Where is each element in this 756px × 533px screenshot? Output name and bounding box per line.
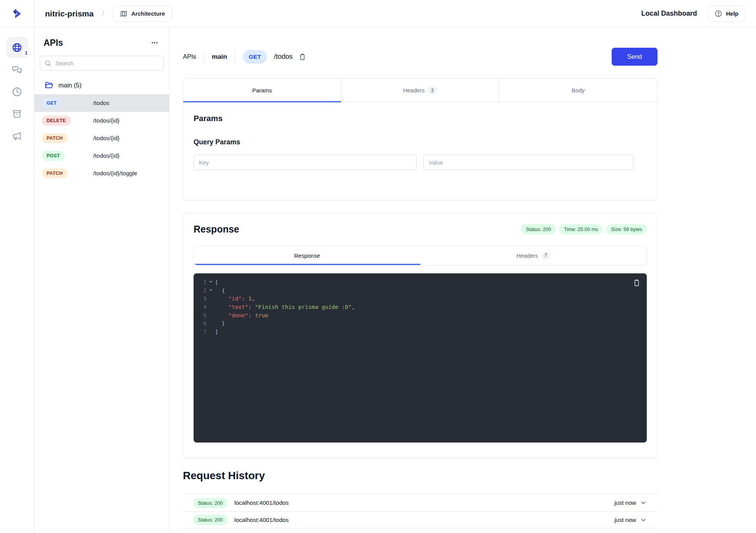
method-badge: POST <box>42 151 65 161</box>
endpoint-path: /todos <box>93 100 169 107</box>
method-badge: GET <box>42 98 61 108</box>
copy-response-button[interactable] <box>633 279 641 287</box>
response-body-viewer: 1[2 {3 "id": 1,4 "text": "Finish this pr… <box>194 273 647 443</box>
line-number: 4 <box>194 304 207 310</box>
nitric-logo[interactable] <box>0 0 34 27</box>
endpoint-path: /todos/{id}/toggle <box>93 170 169 177</box>
clipboard-icon <box>633 279 641 287</box>
response-tabs: ResponseHeaders7 <box>194 246 647 265</box>
endpoint-path: /todos/{id} <box>93 135 169 142</box>
request-tab-headers[interactable]: Headers2 <box>341 79 499 102</box>
endpoint-path: /todos/{id} <box>93 117 169 124</box>
status-badge: Status: 200 <box>521 224 556 234</box>
api-group-main[interactable]: main (5) <box>34 81 169 90</box>
status-badge: Status: 200 <box>193 515 228 525</box>
tab-label: Params <box>252 87 272 94</box>
main-content: APIs main GET /todos Send ParamsHeaders2… <box>170 27 756 533</box>
request-history-list: Status: 200localhost:4001/todosjust nowS… <box>183 494 657 528</box>
icon-sidebar: 1 <box>0 27 34 533</box>
json-response: 1[2 {3 "id": 1,4 "text": "Finish this pr… <box>194 278 647 336</box>
clipboard-icon <box>299 53 306 61</box>
request-history-heading: Request History <box>183 470 657 482</box>
history-row[interactable]: Status: 200localhost:4001/todosjust now <box>183 494 657 511</box>
breadcrumb-root[interactable]: APIs <box>183 53 196 60</box>
request-card: ParamsHeaders2Body Params Query Params <box>183 78 657 200</box>
history-time: just now <box>614 517 636 523</box>
query-value-input[interactable] <box>423 155 633 170</box>
panel-menu-button[interactable] <box>149 37 160 48</box>
chat-icon <box>11 64 23 75</box>
apis-panel-title: APIs <box>44 38 63 48</box>
method-badge: PATCH <box>42 133 68 143</box>
response-tab-response[interactable]: Response <box>194 246 420 265</box>
endpoint-row[interactable]: PATCH/todos/{id}/toggle <box>34 165 169 182</box>
method-badge: PATCH <box>42 168 68 178</box>
project-name: nitric-prisma <box>45 9 94 18</box>
code-line: 6 } <box>194 319 647 328</box>
history-url: localhost:4001/todos <box>234 499 289 506</box>
megaphone-icon <box>11 131 23 142</box>
sidebar-item-websockets[interactable] <box>6 59 28 80</box>
endpoint-row[interactable]: GET/todos <box>34 94 169 112</box>
breadcrumb-api-name[interactable]: main <box>212 53 227 61</box>
tab-label: Headers <box>403 87 425 94</box>
fold-toggle[interactable] <box>207 281 215 283</box>
response-heading: Response <box>194 224 239 235</box>
sidebar-item-storage[interactable] <box>6 103 28 124</box>
tab-count-badge: 2 <box>428 86 437 95</box>
breadcrumb: APIs main GET /todos Send <box>183 48 657 66</box>
count-badge: 1 <box>22 48 31 57</box>
help-button[interactable]: Help <box>708 6 745 22</box>
response-card: Response Status: 200Time: 25.00 msSize: … <box>183 213 657 458</box>
request-path: /todos <box>274 53 292 61</box>
fold-toggle[interactable] <box>207 289 215 291</box>
send-button[interactable]: Send <box>612 48 657 66</box>
endpoint-path: /todos/{id} <box>93 152 169 159</box>
code-line: 5 "done": true <box>194 311 647 320</box>
endpoint-row[interactable]: POST/todos/{id} <box>34 147 169 165</box>
sidebar-item-schedules[interactable] <box>6 81 28 102</box>
header-separator: / <box>102 9 104 18</box>
endpoint-row[interactable]: DELETE/todos/{id} <box>34 112 169 129</box>
dashboard-title: Local Dashboard <box>641 10 697 18</box>
params-heading: Params <box>194 114 647 123</box>
search-icon <box>44 60 52 67</box>
code-line: 3 "id": 1, <box>194 294 647 303</box>
endpoint-list: GET/todosDELETE/todos/{id}PATCH/todos/{i… <box>34 94 169 182</box>
map-icon <box>120 10 128 18</box>
apis-panel: APIs main (5) GET/todosDELETE/todos/{id}… <box>34 27 170 533</box>
sidebar-item-topics[interactable] <box>6 125 28 147</box>
tab-label: Headers <box>516 252 538 259</box>
request-tab-body[interactable]: Body <box>499 79 657 102</box>
archive-icon <box>11 108 23 120</box>
status-badge: Size: 59 bytes <box>606 224 647 234</box>
method-badge: DELETE <box>42 116 71 126</box>
history-row[interactable]: Status: 200localhost:4001/todosjust now <box>183 511 657 528</box>
request-tab-params[interactable]: Params <box>183 79 341 102</box>
help-icon <box>714 10 722 18</box>
query-params-heading: Query Params <box>194 138 647 146</box>
line-number: 7 <box>194 329 207 335</box>
chevron-down-icon[interactable] <box>640 517 647 523</box>
endpoint-row[interactable]: PATCH/todos/{id} <box>34 129 169 147</box>
search-input[interactable] <box>40 56 164 71</box>
query-key-input[interactable] <box>194 155 417 170</box>
request-tabs: ParamsHeaders2Body <box>183 79 657 102</box>
clock-icon <box>11 86 23 97</box>
sidebar-item-apis[interactable]: 1 <box>6 37 28 58</box>
method-badge: GET <box>243 50 267 64</box>
code-line: 4 "text": "Finish this prisma guide :D", <box>194 303 647 311</box>
copy-path-button[interactable] <box>298 52 307 61</box>
architecture-button[interactable]: Architecture <box>113 6 172 22</box>
code-line: 1[ <box>194 278 647 286</box>
response-tab-headers[interactable]: Headers7 <box>420 246 647 265</box>
fold-arrow-icon <box>209 281 212 283</box>
top-header: nitric-prisma / Architecture Local Dashb… <box>0 0 756 27</box>
api-group-label: main (5) <box>58 82 82 89</box>
chevron-down-icon[interactable] <box>640 499 647 506</box>
code-line: 2 { <box>194 286 647 295</box>
history-url: localhost:4001/todos <box>234 517 289 523</box>
line-number: 5 <box>194 312 207 318</box>
line-number: 6 <box>194 320 207 326</box>
status-badge: Time: 25.00 ms <box>559 224 603 234</box>
